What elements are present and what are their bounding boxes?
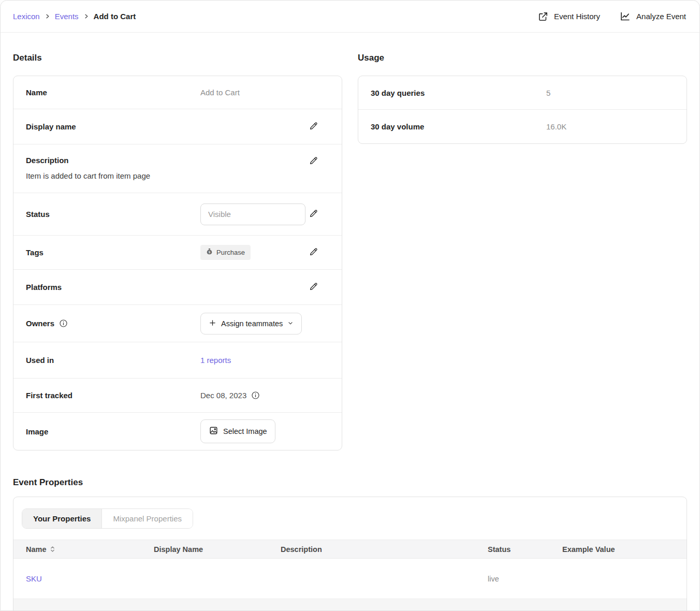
- details-card: Name Add to Cart Display name: [13, 76, 342, 450]
- event-properties-title: Event Properties: [13, 470, 687, 488]
- event-history-button[interactable]: Event History: [538, 11, 600, 22]
- properties-tabs: Your Properties Mixpanel Properties: [22, 508, 193, 529]
- detail-row-image: Image Select Image: [13, 413, 342, 450]
- event-properties-card: Your Properties Mixpanel Properties Name…: [13, 497, 687, 611]
- analyze-event-button[interactable]: Analyze Event: [620, 11, 686, 22]
- pencil-icon: [309, 156, 318, 167]
- detail-row-display-name: Display name: [13, 109, 342, 144]
- pencil-icon: [309, 282, 318, 293]
- assign-teammates-button[interactable]: Assign teammates: [200, 313, 302, 334]
- breadcrumb-events[interactable]: Events: [55, 12, 79, 21]
- detail-row-name: Name Add to Cart: [13, 76, 342, 109]
- description-label: Description: [26, 156, 309, 165]
- breadcrumb: Lexicon Events Add to Cart: [13, 12, 136, 21]
- tag-label: Purchase: [216, 249, 245, 256]
- property-row-scroll-percent[interactable]: Scroll % live: [13, 599, 687, 611]
- tags-label: Tags: [26, 248, 200, 257]
- chevron-right-icon: [45, 13, 50, 19]
- status-label: Status: [26, 210, 200, 219]
- column-header-status: Status: [488, 545, 562, 554]
- detail-row-owners: Owners Assign teammates: [13, 305, 342, 342]
- sort-icon: [50, 546, 55, 552]
- analyze-event-label: Analyze Event: [636, 12, 686, 21]
- properties-table-header: Name Display Name Description Status Exa…: [13, 540, 687, 559]
- column-header-display-name: Display Name: [154, 545, 281, 554]
- edit-display-name-button[interactable]: [309, 121, 319, 133]
- usage-row-queries: 30 day queries 5: [358, 76, 687, 110]
- first-tracked-value: Dec 08, 2023: [200, 391, 246, 400]
- assign-teammates-label: Assign teammates: [221, 319, 283, 328]
- image-label: Image: [26, 427, 200, 436]
- name-label: Name: [26, 88, 200, 97]
- platforms-label: Platforms: [26, 283, 200, 292]
- top-actions: Event History Analyze Event: [538, 11, 686, 22]
- property-link-sku[interactable]: SKU: [26, 574, 42, 583]
- status-input[interactable]: [200, 203, 305, 225]
- detail-row-used-in: Used in 1 reports: [13, 342, 342, 379]
- breadcrumb-lexicon[interactable]: Lexicon: [13, 12, 40, 21]
- property-row-sku[interactable]: SKU live: [13, 559, 687, 599]
- chevron-down-icon: [287, 319, 294, 328]
- breadcrumb-current-event: Add to Cart: [94, 12, 136, 21]
- event-properties-section: Event Properties Your Properties Mixpane…: [13, 470, 687, 611]
- detail-row-status: Status: [13, 193, 342, 236]
- queries-value: 5: [546, 89, 674, 97]
- edit-tags-button[interactable]: [309, 247, 319, 258]
- edit-description-button[interactable]: [309, 156, 319, 167]
- column-header-description: Description: [281, 545, 488, 554]
- used-in-label: Used in: [26, 356, 200, 365]
- select-image-label: Select Image: [223, 427, 267, 435]
- name-value: Add to Cart: [200, 88, 309, 97]
- line-chart-icon: [620, 11, 631, 22]
- detail-row-tags: Tags $ Purchase: [13, 236, 342, 270]
- lexicon-event-page: Lexicon Events Add to Cart Event History: [0, 0, 700, 611]
- volume-label: 30 day volume: [371, 122, 546, 131]
- info-icon[interactable]: [251, 391, 260, 400]
- volume-value: 16.0K: [546, 122, 674, 131]
- pencil-icon: [309, 209, 318, 220]
- top-bar: Lexicon Events Add to Cart Event History: [1, 1, 699, 33]
- pencil-icon: [309, 247, 318, 258]
- pencil-icon: [309, 121, 318, 133]
- select-image-button[interactable]: Select Image: [200, 419, 275, 443]
- detail-row-description: Description Item is added to cart from i…: [13, 144, 342, 193]
- detail-row-platforms: Platforms: [13, 270, 342, 305]
- used-in-reports-link[interactable]: 1 reports: [200, 356, 231, 365]
- display-name-label: Display name: [26, 122, 200, 131]
- tab-your-properties[interactable]: Your Properties: [22, 509, 101, 528]
- usage-card: 30 day queries 5 30 day volume 16.0K: [358, 76, 687, 144]
- description-value: Item is added to cart from item page: [26, 171, 309, 180]
- plus-icon: [209, 319, 216, 328]
- image-icon: [209, 426, 218, 437]
- page-content: Details Name Add to Cart Display name: [1, 33, 699, 611]
- details-title: Details: [13, 45, 342, 63]
- name-column-label: Name: [26, 545, 47, 554]
- info-icon[interactable]: [59, 319, 68, 328]
- column-header-name[interactable]: Name: [26, 545, 154, 554]
- event-history-label: Event History: [554, 12, 600, 21]
- first-tracked-label: First tracked: [26, 391, 200, 400]
- chevron-right-icon: [83, 13, 89, 19]
- edit-platforms-button[interactable]: [309, 282, 319, 293]
- usage-row-volume: 30 day volume 16.0K: [358, 110, 687, 143]
- edit-status-button[interactable]: [309, 209, 319, 220]
- property-status: live: [488, 575, 562, 583]
- queries-label: 30 day queries: [371, 89, 546, 97]
- external-link-icon: [538, 11, 548, 22]
- column-header-example-value: Example Value: [562, 545, 687, 554]
- details-section: Details Name Add to Cart Display name: [13, 45, 342, 450]
- tag-purchase[interactable]: $ Purchase: [200, 245, 251, 260]
- usage-title: Usage: [358, 45, 687, 63]
- tab-mixpanel-properties[interactable]: Mixpanel Properties: [101, 509, 193, 528]
- usage-section: Usage 30 day queries 5 30 day volume 16.…: [358, 45, 687, 450]
- money-bag-icon: $: [206, 248, 213, 257]
- detail-row-first-tracked: First tracked Dec 08, 2023: [13, 379, 342, 413]
- owners-label: Owners: [26, 319, 54, 328]
